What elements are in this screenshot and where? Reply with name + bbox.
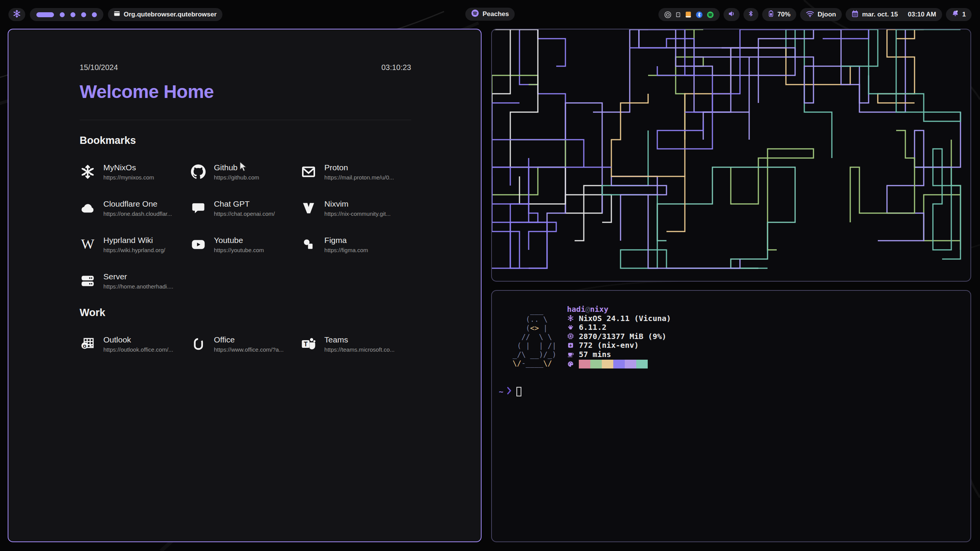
active-window-title: Org.qutebrowser.qutebrowser [124,11,217,18]
bookmark-teams[interactable]: TTeamshttps://teams.microsoft.co... [301,333,411,355]
start-page: 15/10/2024 03:10:23 Welcome Home Bookmar… [8,29,481,355]
office-icon [190,336,206,352]
bookmark-hyprland-wiki[interactable]: WHyprland Wikihttps://wiki.hyprland.org/ [80,233,190,256]
battery-widget[interactable]: 70% [762,8,796,21]
bookmark-url: https://teams.microsoft.co... [324,346,394,353]
bookmark-text: Figmahttps://figma.com [324,236,368,253]
bookmark-title: Figma [324,236,368,245]
fetch-row: 2870/31377 MiB (9%) [567,332,671,341]
bell-icon [952,10,959,19]
teams-icon: T [301,336,317,352]
qutebrowser-window[interactable]: 15/10/2024 03:10:23 Welcome Home Bookmar… [8,29,482,542]
memory-icon [567,333,574,339]
workspace-indicator-2[interactable] [60,12,65,17]
bookmark-text: Githubhttps://github.com [214,163,259,181]
media-title: Peaches [483,10,509,18]
fetch-value: 57 mins [579,350,611,359]
fetch-row: 57 mins [567,350,671,359]
workspace-indicator-5[interactable] [92,12,97,17]
status-area: 70% Djoon mar. oct. 15 03:10 AM 1 [658,8,972,21]
system-tray[interactable] [658,8,720,21]
kernel-icon [567,324,574,331]
tray-spotify-icon[interactable] [707,11,714,18]
bookmark-office[interactable]: Officehttps://www.office.com/?a... [190,333,301,355]
bookmark-title: Server [103,272,173,281]
active-window-pill[interactable]: Org.qutebrowser.qutebrowser [108,8,222,21]
bookmark-text: Serverhttps://home.anotherhadi.... [103,272,173,290]
shell-prompt[interactable]: ~ [499,386,521,396]
bookmark-nixvim[interactable]: Nixvimhttps://nix-community.git... [301,197,411,220]
bluetooth-button[interactable] [743,8,758,21]
clock-time: 03:10 AM [908,11,936,18]
window-icon [114,10,120,19]
network-widget[interactable]: Djoon [800,8,842,21]
bookmark-title: Hyprland Wiki [103,236,165,245]
color-swatches [579,360,648,368]
bookmark-server[interactable]: Serverhttps://home.anotherhadi.... [80,269,190,292]
cloud-icon [80,200,96,216]
palette-swatch [625,360,636,368]
bookmark-url: https://chat.openai.com/ [214,210,275,217]
notifications-widget[interactable]: 1 [946,8,972,21]
bookmark-url: https://one.dash.cloudflar... [103,210,172,217]
bookmark-url: https://figma.com [324,247,368,253]
media-player-icon [471,9,479,19]
bookmark-outlook[interactable]: oOutlookhttps://outlook.office.com/... [80,333,190,355]
workspace-indicator-1[interactable] [36,12,54,17]
bookmark-url: https://github.com [214,174,259,181]
server-icon [80,273,96,289]
prompt-path: ~ [499,387,503,396]
pipes-terminal-window[interactable] [491,29,971,282]
battery-icon [768,10,774,19]
chevron-right-icon [507,386,511,396]
bookmark-title: Github [214,163,259,172]
fetch-info: hadi@nixy NixOS 24.11 (Vicuna)6.11.22870… [567,305,671,368]
fetch-row: 772 (nix-env) [567,341,671,350]
bookmark-title: Cloudflare One [103,199,172,209]
mail-icon [301,164,317,180]
tray-disc-icon[interactable] [664,11,671,18]
bookmark-mynixos[interactable]: MyNixOshttps://mynixos.com [80,160,190,183]
bookmark-proton[interactable]: Protonhttps://mail.proton.me/u/0... [301,160,411,183]
uptime-icon [567,351,574,357]
bookmark-chat-gpt[interactable]: Chat GPThttps://chat.openai.com/ [190,197,301,220]
bookmark-url: https://mynixos.com [103,174,154,181]
pipes-screensaver [492,29,970,281]
network-ssid: Djoon [818,11,836,18]
bookmark-figma[interactable]: Figmahttps://figma.com [301,233,411,256]
bookmark-text: Youtubehttps://youtube.com [214,236,264,253]
palette-swatch [590,360,602,368]
bookmark-title: Outlook [103,335,173,344]
svg-text:W: W [81,236,95,252]
wiki-icon: W [80,236,96,253]
workspace-indicator-3[interactable] [70,12,75,17]
youtube-icon [190,236,206,253]
volume-button[interactable] [724,8,740,21]
tray-notes-icon[interactable] [685,11,692,18]
svg-text:T: T [304,341,308,348]
vim-icon [301,200,317,216]
workspace-indicator-4[interactable] [81,12,86,17]
fetch-value: 2870/31377 MiB (9%) [579,332,666,341]
media-widget[interactable]: Peaches [466,8,515,21]
calendar-icon [851,10,859,20]
fetch-terminal-window[interactable]: ___ (.. \ (<> | // \ \ ( | | /| _/\ __)/… [491,290,971,542]
workspaces[interactable] [30,8,103,21]
clock-widget[interactable]: mar. oct. 15 03:10 AM [846,8,942,21]
tray-device-icon[interactable] [675,11,681,18]
bookmark-title: Chat GPT [214,199,275,209]
nixos-menu-button[interactable] [8,8,25,21]
fetch-separator: @ [585,305,590,314]
bookmark-url: https://www.office.com/?a... [214,346,284,353]
wifi-icon [806,10,814,19]
palette-icon [567,361,574,367]
bookmark-text: Hyprland Wikihttps://wiki.hyprland.org/ [103,236,165,253]
tray-bluetooth-icon[interactable] [696,11,703,18]
clock-date: mar. oct. 15 [862,11,898,18]
bookmark-cloudflare-one[interactable]: Cloudflare Onehttps://one.dash.cloudflar… [80,197,190,220]
bookmark-youtube[interactable]: Youtubehttps://youtube.com [190,233,301,256]
battery-percent: 70% [777,11,791,18]
nix-icon [80,164,96,180]
desktop: Org.qutebrowser.qutebrowser Peaches 70% [0,0,980,551]
page-date: 15/10/2024 [80,63,118,72]
